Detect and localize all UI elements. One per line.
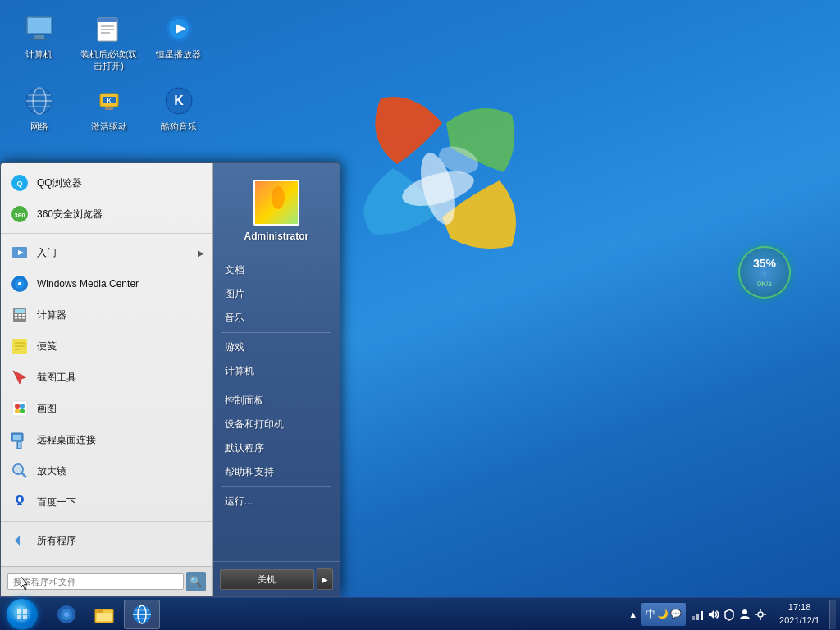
svg-point-51 xyxy=(20,409,25,413)
ime-mode-icon: 🌙 xyxy=(657,609,669,619)
start-item-snip[interactable]: 截图工具 xyxy=(1,362,212,393)
start-item-paint[interactable]: 画图 xyxy=(1,393,212,424)
start-right-computer[interactable]: 计算机 xyxy=(213,359,340,383)
system-clock[interactable]: 17:18 2021/12/1 xyxy=(773,601,826,627)
start-divider-2 xyxy=(1,521,212,522)
note-icon xyxy=(9,336,30,357)
start-item-intro[interactable]: 入门 ▶ xyxy=(1,237,212,268)
start-right-games[interactable]: 游戏 xyxy=(213,336,340,359)
clock-date: 2021/12/1 xyxy=(779,614,819,627)
start-menu-right-items: 文档 图片 音乐 游戏 计算机 控制面板 设备和打印机 默认程序 帮助和支持 运… xyxy=(213,254,340,561)
wmc-label: Windows Media Center xyxy=(37,278,204,290)
start-item-magnify[interactable]: 放大镜 xyxy=(1,455,212,486)
net-arrow: ↓ xyxy=(763,269,767,278)
desktop: 计算机 装机后必读(双击打开) xyxy=(0,0,840,630)
desktop-icon-media-player[interactable]: 恒星播放器 xyxy=(148,8,209,76)
svg-rect-41 xyxy=(19,317,21,319)
tray-user-icon[interactable] xyxy=(738,608,751,621)
ime-label: 中 xyxy=(646,607,655,621)
desktop-icon-driver-label: 激活驱动 xyxy=(91,121,127,132)
360-browser-label: 360安全浏览器 xyxy=(37,208,204,221)
snip-icon xyxy=(9,367,30,388)
tray-security-icon[interactable] xyxy=(723,608,736,621)
svg-point-62 xyxy=(272,186,285,209)
svg-rect-76 xyxy=(696,614,699,620)
svg-point-50 xyxy=(15,409,20,413)
net-speed: 0K/s xyxy=(757,280,772,288)
start-item-all-programs[interactable]: 所有程序 xyxy=(1,525,212,556)
start-right-documents[interactable]: 文档 xyxy=(213,258,340,282)
user-avatar[interactable] xyxy=(253,180,299,226)
tray-network-icon[interactable] xyxy=(692,608,705,621)
start-right-devices[interactable]: 设备和打印机 xyxy=(213,413,340,436)
start-button[interactable] xyxy=(0,598,44,631)
start-item-qq-browser[interactable]: Q QQ浏览器 xyxy=(1,167,212,199)
calc-icon xyxy=(9,304,30,326)
desktop-icon-music[interactable]: K 酷狗音乐 xyxy=(148,80,209,136)
svg-rect-39 xyxy=(22,314,25,316)
start-item-baidu[interactable]: 百度一下 xyxy=(1,486,212,518)
windows-flag-logo xyxy=(315,82,561,312)
desktop-icon-driver[interactable]: K 激活驱动 xyxy=(78,80,139,136)
desktop-icon-music-label: 酷狗音乐 xyxy=(161,121,197,132)
taskbar-apps xyxy=(44,598,164,630)
svg-rect-5 xyxy=(34,35,44,39)
shutdown-arrow-button[interactable]: ▶ xyxy=(317,568,333,590)
start-menu-items: Q QQ浏览器 360 360安全浏览器 xyxy=(1,163,212,566)
svg-rect-55 xyxy=(18,442,21,448)
rdp-icon xyxy=(9,429,30,450)
svg-point-59 xyxy=(18,497,21,502)
tray-volume-icon[interactable] xyxy=(707,608,720,621)
wmc-icon xyxy=(9,273,30,294)
svg-text:K: K xyxy=(174,94,184,107)
start-item-360-browser[interactable]: 360 360安全浏览器 xyxy=(1,199,212,230)
svg-rect-8 xyxy=(98,18,117,22)
taskbar-app-network[interactable] xyxy=(48,600,84,629)
start-item-note[interactable]: 便笺 xyxy=(1,331,212,362)
show-desktop-button[interactable] xyxy=(829,600,836,629)
start-item-calc[interactable]: 计算器 xyxy=(1,299,212,331)
desktop-icon-setup-label: 装机后必读(双击打开) xyxy=(80,48,138,72)
shutdown-button[interactable]: 关机 xyxy=(220,569,314,590)
net-speed-widget: 35% ↓ 0K/s xyxy=(738,246,791,299)
tray-icons-area xyxy=(687,608,771,621)
taskbar-app-explorer[interactable] xyxy=(86,600,122,629)
start-right-control-panel[interactable]: 控制面板 xyxy=(213,389,340,413)
tray-settings-icon[interactable] xyxy=(754,608,767,621)
taskbar: ▲ 中 🌙 💬 xyxy=(0,597,840,630)
start-right-help[interactable]: 帮助和支持 xyxy=(213,460,340,484)
start-menu-right: Administrator 文档 图片 音乐 游戏 计算机 控制面板 设备和打印… xyxy=(213,163,340,596)
start-right-pictures[interactable]: 图片 xyxy=(213,282,340,306)
clock-time: 17:18 xyxy=(788,601,811,614)
svg-point-63 xyxy=(14,606,30,623)
start-right-music[interactable]: 音乐 xyxy=(213,306,340,330)
start-right-default-programs[interactable]: 默认程序 xyxy=(213,436,340,460)
user-area: Administrator xyxy=(213,171,340,250)
intro-label: 入门 xyxy=(37,246,198,260)
start-right-run[interactable]: 运行... xyxy=(213,490,340,514)
svg-rect-47 xyxy=(12,401,27,416)
paint-icon xyxy=(9,398,30,419)
start-item-wmc[interactable]: Windows Media Center xyxy=(1,268,212,299)
start-item-rdp[interactable]: 远程桌面连接 xyxy=(1,424,212,455)
note-label: 便笺 xyxy=(37,340,204,354)
desktop-icons: 计算机 装机后必读(双击打开) xyxy=(8,8,209,140)
svg-text:Q: Q xyxy=(16,180,22,188)
desktop-icon-row-1: 计算机 装机后必读(双击打开) xyxy=(8,8,209,76)
desktop-icon-computer[interactable]: 计算机 xyxy=(8,8,70,76)
start-search-input[interactable] xyxy=(7,573,184,590)
taskbar-app-ie[interactable] xyxy=(124,600,160,629)
svg-text:K: K xyxy=(107,98,111,103)
right-divider-1 xyxy=(221,332,331,333)
svg-point-79 xyxy=(758,612,763,617)
start-search-button[interactable]: 🔍 xyxy=(186,572,206,591)
tray-expand-button[interactable]: ▲ xyxy=(626,609,640,619)
desktop-icon-network[interactable]: 网络 xyxy=(8,80,70,136)
ime-indicator[interactable]: 中 🌙 💬 xyxy=(641,603,686,626)
ime-speech-icon: 💬 xyxy=(670,609,682,619)
svg-rect-40 xyxy=(15,317,17,319)
start-search-area: 🔍 xyxy=(1,566,212,596)
desktop-icon-setup[interactable]: 装机后必读(双击打开) xyxy=(78,8,139,76)
svg-rect-37 xyxy=(15,314,17,316)
snip-label: 截图工具 xyxy=(37,371,204,385)
